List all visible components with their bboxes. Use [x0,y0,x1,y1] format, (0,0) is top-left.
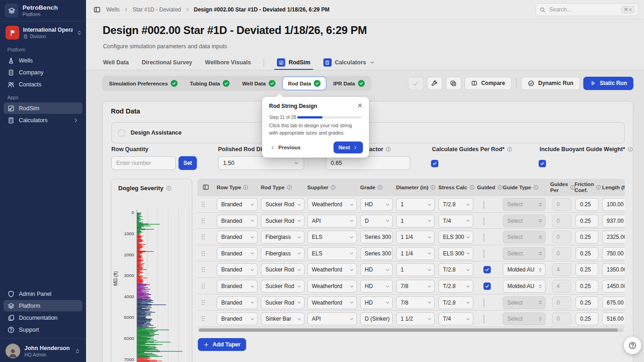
sidebar-item-rodsim[interactable]: RodSim [4,102,82,114]
polished-rod-diameter-select[interactable]: 1.50 [218,156,304,170]
design-assistance-checkbox[interactable] [118,130,125,136]
dynamic-run-button[interactable]: Dynamic Run [521,77,580,90]
grade-select[interactable]: HD [360,280,393,293]
rod-type-select[interactable]: Fiberglass [261,247,305,260]
guided-checkbox[interactable] [483,299,484,307]
guide-type-select[interactable]: Molded AU [503,280,546,293]
friction-coef-input[interactable]: 0.25 [575,263,598,276]
friction-coef-input[interactable]: 0.25 [575,231,598,243]
friction-coef-input[interactable]: 0.25 [575,247,598,260]
tab-calculators[interactable]: Calculators [323,58,375,67]
drag-handle-icon[interactable] [200,250,207,257]
tools-button[interactable] [427,77,443,90]
drag-handle-icon[interactable] [200,283,207,289]
supplier-select[interactable]: Weatherford [307,263,357,276]
guided-checkbox[interactable] [483,315,484,323]
stress-calc-select[interactable]: ELS 300 [438,247,473,260]
calculate-guides-checkbox[interactable] [431,160,438,167]
row-type-select[interactable]: Branded [217,215,258,227]
diameter-select[interactable]: 1 [396,263,435,276]
rod-type-select[interactable]: Sinker Bar [261,312,305,325]
rod-type-select[interactable]: Sucker Rod [261,215,305,227]
row-type-select[interactable]: Branded [217,263,258,276]
guided-checkbox[interactable] [483,217,484,226]
row-quantity-input[interactable] [111,156,176,170]
stress-calc-select[interactable]: T/2.8 [438,263,473,276]
stress-calc-select[interactable]: T/2.8 [438,296,473,309]
grade-select[interactable]: D [360,215,393,227]
row-type-select[interactable]: Branded [217,231,258,243]
grade-select[interactable]: D (Sinker) [360,312,393,325]
length-input[interactable]: 937.00 [602,215,625,227]
set-button[interactable]: Set [178,156,197,170]
buoyant-weight-checkbox[interactable] [539,160,546,167]
search-input[interactable] [548,6,610,13]
drag-handle-icon[interactable] [200,201,207,208]
tab-directional-survey[interactable]: Directional Survey [142,59,192,66]
rod-type-select[interactable]: Sucker Rod [261,263,305,276]
guided-checkbox[interactable] [483,233,484,242]
info-icon[interactable] [469,185,475,190]
row-type-select[interactable]: Branded [217,296,258,309]
breadcrumb-item[interactable]: Wells [106,6,120,13]
diameter-select[interactable]: 7/8 [396,280,435,293]
rod-type-select[interactable]: Sucker Rod [261,296,305,309]
sidebar-item-support[interactable]: Support [4,324,82,335]
grade-select[interactable]: HD [360,296,393,309]
supplier-select[interactable]: ELS [307,231,357,243]
grade-select[interactable]: HD [360,198,393,211]
info-icon[interactable] [166,186,172,191]
tab-wellbore-visuals[interactable]: Wellbore Visuals [205,59,251,66]
drag-handle-icon[interactable] [200,315,207,322]
tab-well-data[interactable]: Well Data [103,59,129,66]
diameter-select[interactable]: 1 1/4 [396,231,435,243]
length-input[interactable]: 516.00 [602,312,625,325]
row-type-select[interactable]: Branded [217,312,258,325]
next-button[interactable]: Next [334,141,363,153]
friction-coef-input[interactable]: 0.25 [575,312,598,325]
stress-calc-select[interactable]: ELS 300 [438,231,473,243]
tab-rodsim[interactable]: RodSim [277,58,310,67]
info-icon[interactable] [377,185,383,190]
rod-type-select[interactable]: Sucker Rod [261,280,305,293]
add-taper-button[interactable]: Add Taper [198,338,246,351]
sidebar-item-admin-panel[interactable]: Admin Panel [4,288,82,300]
info-icon[interactable] [430,185,436,190]
row-type-select[interactable]: Branded [217,198,258,211]
section-pill-rod-data[interactable]: Rod Data [283,77,326,90]
close-icon[interactable] [357,102,363,108]
sidebar-item-company[interactable]: Company [4,67,82,78]
info-icon[interactable] [385,147,391,152]
sidebar-item-documentation[interactable]: Documentation [4,312,82,323]
supplier-select[interactable]: ELS [307,247,357,260]
length-input[interactable]: 1450.00 [602,280,625,293]
friction-coef-input[interactable]: 0.25 [575,215,598,227]
supplier-select[interactable]: Weatherford [307,198,357,211]
length-input[interactable]: 100.00 [602,198,625,211]
guided-checkbox[interactable] [483,249,484,258]
info-icon[interactable] [497,185,503,190]
friction-coef-input[interactable]: 0.25 [575,296,598,309]
stress-calc-select[interactable]: T/2.8 [438,198,473,211]
grade-select[interactable]: Series 300 [360,247,393,260]
app-logo[interactable]: PetroBench Platform [5,4,58,17]
drag-handle-icon[interactable] [200,233,207,240]
drag-handle-icon[interactable] [200,217,207,224]
info-icon[interactable] [627,147,633,152]
diameter-select[interactable]: 1 [396,198,435,211]
diameter-select[interactable]: 7/8 [396,296,435,309]
org-switcher[interactable]: International Operatio Division [4,24,82,41]
stress-calc-select[interactable]: T/2.8 [438,280,473,293]
section-pill-tubing-data[interactable]: Tubing Data [185,77,235,90]
diameter-select[interactable]: 1 1/4 [396,247,435,260]
grade-select[interactable]: HD [360,263,393,276]
supplier-select[interactable]: API [307,215,357,227]
drag-handle-icon[interactable] [200,266,207,273]
sidebar-item-calculators[interactable]: Calculators [4,114,82,126]
friction-coef-input[interactable]: 0.25 [575,280,598,293]
sidebar-item-contacts[interactable]: Contacts [4,79,82,90]
info-icon[interactable] [596,185,601,190]
duplicate-button[interactable] [446,77,461,90]
user-menu[interactable]: John Henderson HQ Admin [4,341,82,361]
info-icon[interactable] [287,185,292,190]
